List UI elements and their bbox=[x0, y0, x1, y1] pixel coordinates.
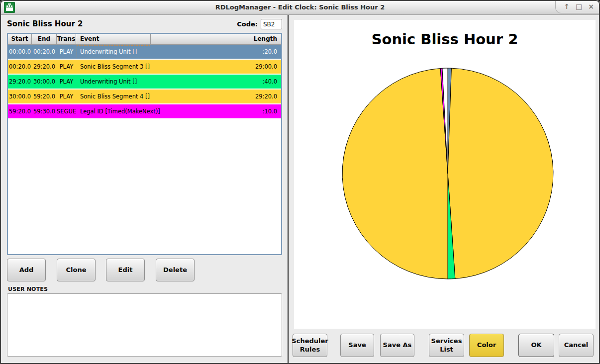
clock-editor-panel: Sonic Bliss Hour 2 Code: StartEndTransEv… bbox=[0, 15, 288, 364]
table-row[interactable]: 00:20.029:20.0PLAYSonic Bliss Segment 3 … bbox=[8, 60, 281, 74]
code-label: Code: bbox=[219, 20, 258, 28]
cell-event: Legal ID [Timed(MakeNext)] bbox=[76, 104, 151, 118]
add-button[interactable]: Add bbox=[7, 259, 46, 281]
chart-title: Sonic Bliss Hour 2 bbox=[294, 31, 596, 48]
column-header-length: Length bbox=[151, 34, 281, 45]
cell-start: 00:20.0 bbox=[8, 63, 32, 70]
titlebar[interactable]: RDLogManager - Edit Clock: Sonic Bliss H… bbox=[0, 0, 600, 15]
services-list-button[interactable]: Services List bbox=[429, 334, 464, 357]
cell-event: Sonic Bliss Segment 3 [] bbox=[76, 60, 151, 74]
cell-length: 29:20.0 bbox=[151, 93, 281, 100]
table-header-row: StartEndTransEventLength bbox=[8, 34, 281, 45]
cell-event: Underwriting Unit [] bbox=[76, 45, 151, 59]
cell-end: 30:00.0 bbox=[32, 78, 57, 85]
pie-slice-sonic-bliss-segment-3 bbox=[448, 68, 553, 278]
clock-chart-panel: Sonic Bliss Hour 2 Scheduler RulesSaveSa… bbox=[289, 15, 600, 364]
pie-slice-sonic-bliss-segment-4 bbox=[342, 69, 448, 279]
table-body: 00:00.000:20.0PLAYUnderwriting Unit []:2… bbox=[8, 45, 281, 118]
ok-button[interactable]: OK bbox=[518, 334, 554, 357]
maximize-icon[interactable]: □ bbox=[576, 3, 582, 10]
column-header-trans: Trans bbox=[57, 34, 76, 45]
table-row[interactable]: 30:00.059:20.0PLAYSonic Bliss Segment 4 … bbox=[8, 90, 281, 103]
pie-chart-area: Sonic Bliss Hour 2 bbox=[294, 20, 596, 329]
clock-name-heading: Sonic Bliss Hour 2 bbox=[7, 19, 83, 28]
close-icon[interactable]: × bbox=[588, 3, 594, 10]
cell-start: 29:20.0 bbox=[8, 78, 32, 85]
table-row[interactable]: 00:00.000:20.0PLAYUnderwriting Unit []:2… bbox=[8, 45, 281, 59]
save-as-button[interactable]: Save As bbox=[380, 334, 414, 357]
cell-trans: SEGUE bbox=[57, 108, 76, 115]
clock-pie-chart bbox=[294, 20, 596, 329]
column-header-end: End bbox=[32, 34, 57, 45]
shade-icon[interactable]: ↑ bbox=[564, 3, 570, 10]
clone-button[interactable]: Clone bbox=[57, 259, 96, 281]
table-row[interactable]: 29:20.030:00.0PLAYUnderwriting Unit []:4… bbox=[8, 75, 281, 89]
cell-start: 59:20.0 bbox=[8, 108, 32, 115]
cancel-button[interactable]: Cancel bbox=[559, 334, 594, 357]
save-button[interactable]: Save bbox=[340, 334, 374, 357]
cell-event: Underwriting Unit [] bbox=[76, 75, 151, 89]
edit-button[interactable]: Edit bbox=[106, 259, 145, 281]
column-header-event: Event bbox=[76, 34, 151, 45]
cell-trans: PLAY bbox=[57, 48, 76, 55]
cell-trans: PLAY bbox=[57, 93, 76, 100]
cell-end: 00:20.0 bbox=[32, 48, 57, 55]
cell-start: 30:00.0 bbox=[8, 93, 32, 100]
scheduler-rules-button[interactable]: Scheduler Rules bbox=[293, 334, 327, 357]
cell-end: 59:30.0 bbox=[32, 108, 57, 115]
cell-length: :40.0 bbox=[151, 78, 281, 85]
cell-end: 59:20.0 bbox=[32, 93, 57, 100]
code-input[interactable] bbox=[261, 19, 282, 29]
delete-button[interactable]: Delete bbox=[156, 259, 195, 281]
rdlogmanager-edit-clock-window: RDLogManager - Edit Clock: Sonic Bliss H… bbox=[0, 0, 600, 364]
cell-start: 00:00.0 bbox=[8, 48, 32, 55]
window-title: RDLogManager - Edit Clock: Sonic Bliss H… bbox=[0, 0, 600, 15]
cell-end: 29:20.0 bbox=[32, 63, 57, 70]
table-row[interactable]: 59:20.059:30.0SEGUELegal ID [Timed(MakeN… bbox=[8, 104, 281, 118]
cell-trans: PLAY bbox=[57, 63, 76, 70]
clock-events-table: StartEndTransEventLength 00:00.000:20.0P… bbox=[7, 33, 282, 255]
bottom-button-bar: Scheduler RulesSaveSave AsServices ListC… bbox=[289, 329, 600, 364]
cell-trans: PLAY bbox=[57, 78, 76, 85]
cell-event: Sonic Bliss Segment 4 [] bbox=[76, 90, 151, 103]
cell-length: 29:00.0 bbox=[151, 63, 281, 70]
window-controls: ↑□× bbox=[555, 0, 600, 13]
user-notes-textarea[interactable] bbox=[7, 293, 282, 357]
column-header-start: Start bbox=[8, 34, 32, 45]
color-button[interactable]: Color bbox=[469, 334, 504, 357]
user-notes-label: USER NOTES bbox=[8, 286, 48, 292]
cell-length: :20.0 bbox=[151, 48, 281, 55]
cell-length: :10.0 bbox=[151, 108, 281, 115]
